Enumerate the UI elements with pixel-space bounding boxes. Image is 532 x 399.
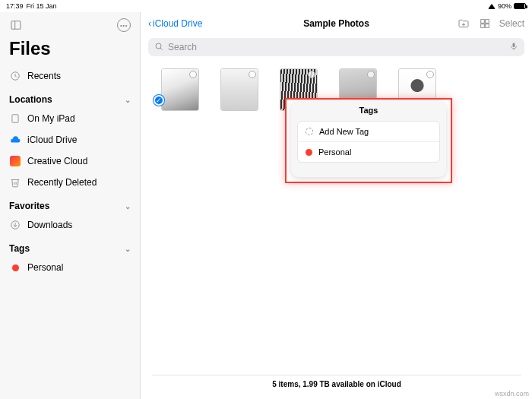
more-button[interactable]: •••	[116, 17, 132, 33]
popover-title: Tags	[291, 101, 446, 121]
status-time: 17:39	[6, 2, 24, 10]
select-button[interactable]: Select	[499, 18, 524, 29]
section-favorites[interactable]: Favorites ⌄	[0, 193, 140, 214]
sidebar-item-label: On My iPad	[27, 113, 75, 124]
creative-cloud-icon	[9, 155, 21, 167]
sidebar-item-on-my-ipad[interactable]: On My iPad	[0, 108, 140, 129]
trash-icon	[9, 176, 21, 188]
svg-rect-14	[513, 43, 515, 47]
search-icon	[154, 42, 163, 53]
battery-percent: 90%	[498, 2, 511, 10]
content-area: ‹ iCloud Drive Sample Photos Select Sear…	[141, 12, 532, 399]
add-new-tag-row[interactable]: Add New Tag	[298, 122, 439, 141]
watermark: wsxdn.com	[495, 390, 529, 397]
tags-popover: Tags Add New Tag Personal	[291, 101, 446, 177]
svg-rect-3	[12, 115, 18, 123]
sidebar-item-label: Downloads	[27, 220, 72, 230]
svg-point-12	[156, 43, 161, 49]
new-folder-icon[interactable]	[457, 17, 470, 30]
svg-rect-9	[485, 20, 489, 24]
sidebar-item-icloud-drive[interactable]: iCloud Drive	[0, 129, 140, 150]
file-thumbnail	[161, 68, 199, 111]
section-locations[interactable]: Locations ⌄	[0, 87, 140, 108]
chevron-down-icon: ⌄	[125, 245, 131, 253]
add-tag-icon	[306, 128, 313, 135]
sidebar-recents[interactable]: Recents	[0, 65, 140, 87]
chevron-left-icon: ‹	[148, 18, 151, 29]
selection-check-icon[interactable]: ✓	[154, 95, 164, 106]
select-circle-icon[interactable]	[367, 71, 375, 78]
svg-rect-0	[11, 21, 21, 30]
search-input[interactable]: Search	[148, 38, 524, 56]
sidebar-item-label: Creative Cloud	[27, 156, 87, 166]
wifi-icon	[488, 4, 496, 9]
nav-bar: ‹ iCloud Drive Sample Photos Select	[141, 12, 532, 35]
sidebar-item-label: Recents	[27, 71, 61, 81]
sidebar-item-label: Recently Deleted	[27, 177, 97, 188]
select-circle-icon[interactable]	[426, 71, 434, 78]
svg-line-13	[160, 48, 163, 50]
tag-option-personal[interactable]: Personal	[298, 141, 439, 162]
sidebar-item-label: iCloud Drive	[27, 135, 77, 145]
sidebar-item-creative-cloud[interactable]: Creative Cloud	[0, 150, 140, 172]
svg-rect-10	[480, 24, 484, 28]
sidebar-item-recently-deleted[interactable]: Recently Deleted	[0, 172, 140, 193]
select-circle-icon[interactable]	[249, 71, 256, 78]
sidebar-item-label: Personal	[27, 262, 63, 273]
page-title: Sample Photos	[303, 18, 369, 29]
select-circle-icon[interactable]	[189, 71, 197, 78]
status-footer: 5 items, 1.99 TB available on iCloud	[152, 375, 521, 388]
select-circle-icon[interactable]	[308, 71, 315, 78]
svg-rect-11	[485, 24, 489, 28]
file-item[interactable]	[218, 68, 261, 136]
sidebar: ••• Files Recents Locations ⌄ On My iPad…	[0, 12, 141, 399]
svg-rect-8	[480, 20, 484, 24]
tags-popover-highlight: Tags Add New Tag Personal	[285, 98, 452, 183]
tag-dot-icon	[9, 261, 21, 274]
view-mode-icon[interactable]	[478, 17, 492, 30]
back-button[interactable]: ‹ iCloud Drive	[148, 18, 202, 29]
ipad-icon	[9, 112, 21, 125]
file-item[interactable]	[159, 68, 201, 136]
clock-icon	[9, 70, 21, 82]
chevron-down-icon: ⌄	[125, 202, 131, 211]
sidebar-item-downloads[interactable]: Downloads	[0, 214, 140, 236]
download-icon	[9, 219, 21, 231]
status-bar: 17:39 Fri 15 Jan 90%	[0, 0, 532, 12]
sidebar-item-tag-personal[interactable]: Personal	[0, 257, 140, 278]
battery-icon	[514, 3, 526, 9]
section-tags[interactable]: Tags ⌄	[0, 236, 140, 257]
sidebar-toggle-button[interactable]	[8, 17, 24, 33]
search-placeholder: Search	[168, 42, 197, 52]
ellipsis-icon: •••	[117, 18, 131, 32]
mic-icon[interactable]	[509, 42, 518, 53]
status-date: Fri 15 Jan	[27, 2, 57, 10]
sidebar-title: Files	[0, 38, 140, 65]
cloud-icon	[9, 134, 21, 146]
chevron-down-icon: ⌄	[125, 96, 131, 104]
tag-dot-icon	[306, 149, 312, 156]
